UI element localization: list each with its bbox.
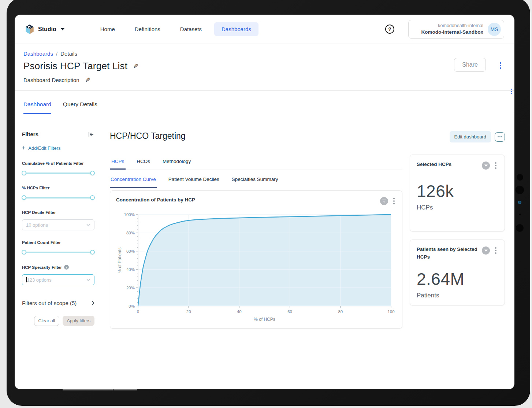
device-frame: Studio Home Definitions Datasets Dashboa… [7, 0, 530, 406]
chevron-right-icon [92, 301, 94, 305]
hcp-specialty-select-value: 123 options [27, 277, 52, 283]
concentration-curve-chart: 0%20%40%60%80%100%020406080100% of HCPs%… [116, 209, 396, 324]
camera-indicator-light [518, 201, 521, 204]
nav-item-definitions[interactable]: Definitions [127, 22, 168, 36]
subtab-concentration-curve[interactable]: Concentration Curve [110, 177, 157, 188]
filter-label-hcp-specialty: HCP Specialty Filter i [22, 265, 94, 270]
stat-cards-column: Selected HCPs 126k HCPs Pat [410, 155, 505, 329]
divider-more-options-kebab[interactable] [510, 87, 514, 96]
breadcrumb-dashboards-link[interactable]: Dashboards [23, 51, 53, 57]
subtab-patient-volume-deciles[interactable]: Patient Volume Deciles [168, 177, 220, 188]
card-more-options-kebab[interactable] [494, 161, 498, 170]
avatar[interactable]: MS [488, 23, 501, 36]
chevron-down-icon [86, 224, 90, 226]
nav-item-home[interactable]: Home [93, 22, 122, 36]
pct-hcps-range-slider[interactable] [22, 195, 94, 200]
add-edit-filters-button[interactable]: + Add/Edit Filters [22, 145, 94, 151]
svg-text:% of Patients: % of Patients [117, 248, 122, 274]
hcp-decile-select-value: 10 options [26, 222, 48, 228]
patients-seen-card: Patients seen by Selected HCPs 2.64M Pat… [410, 240, 505, 305]
tab-query-details[interactable]: Query Details [63, 101, 97, 114]
tab-dashboard[interactable]: Dashboard [23, 101, 51, 114]
collapse-panel-icon[interactable] [88, 131, 94, 137]
svg-text:100%: 100% [124, 212, 135, 217]
camera-dot [516, 186, 524, 194]
card-more-options-kebab[interactable] [494, 246, 498, 255]
svg-text:40%: 40% [126, 267, 135, 272]
filter-label-cumulative-patients: Cumulative % of Patients Filter [22, 161, 94, 166]
brand-name: Studio [38, 26, 56, 33]
topnav-right: ? komodohealth-internal Komodo-Internal-… [385, 20, 504, 39]
slider-handle-min[interactable] [22, 171, 26, 175]
edit-title-pencil-icon[interactable]: ✎ [133, 62, 138, 70]
concentration-chart-card: Concentration of Patients by HCP 0%20%40… [110, 190, 402, 329]
svg-text:60: 60 [287, 309, 292, 314]
share-button[interactable]: Share [454, 58, 486, 72]
chart-column: HCPs HCOs Methodology Concentration Curv… [110, 142, 402, 329]
studio-brand-menu[interactable]: Studio [25, 24, 64, 34]
svg-text:20%: 20% [126, 286, 135, 290]
slider-track [24, 197, 93, 199]
page-header: Dashboards / Details Psorisis HCP Target… [15, 44, 514, 90]
cumulative-patients-range-slider[interactable] [22, 171, 94, 176]
svg-text:40: 40 [237, 309, 242, 314]
stat-card-title: Patients seen by Selected HCPs [417, 246, 479, 261]
camera-dot [519, 214, 521, 215]
hcp-decile-select[interactable]: 10 options [22, 219, 94, 230]
dashboard-main: HCP/HCO Targeting Edit dashboard HCPs HC… [110, 131, 505, 329]
svg-text:% of HCPs: % of HCPs [254, 317, 275, 322]
hcp-hco-tabs: HCPs HCOs Methodology [110, 159, 402, 170]
nav-item-datasets[interactable]: Datasets [173, 22, 209, 36]
chevron-down-icon [61, 28, 64, 30]
nav-item-dashboards[interactable]: Dashboards [214, 22, 258, 36]
card-filter-icon[interactable] [482, 246, 490, 255]
slider-handle-min[interactable] [22, 195, 26, 200]
filters-out-of-scope-row[interactable]: Filters out of scope (5) [22, 300, 94, 306]
filters-out-of-scope-label: Filters out of scope (5) [22, 300, 77, 306]
breadcrumb: Dashboards / Details [23, 51, 504, 57]
primary-nav: Home Definitions Datasets Dashboards [93, 22, 258, 36]
clear-all-button[interactable]: Clear all [34, 316, 60, 326]
slider-handle-max[interactable] [90, 171, 95, 175]
dashboard-widget-title: HCP/HCO Targeting [110, 131, 186, 141]
selected-hcps-unit: HCPs [417, 204, 498, 211]
chart-more-options-kebab[interactable] [392, 196, 396, 206]
patients-seen-value: 2.64M [417, 269, 498, 289]
apply-filters-button[interactable]: Apply filters [63, 316, 94, 326]
svg-text:0: 0 [137, 309, 139, 314]
info-icon[interactable]: i [64, 265, 69, 270]
dashboard-description-label: Dashboard Description [23, 77, 79, 83]
help-icon[interactable]: ? [385, 25, 394, 34]
filter-label-hcp-decile: HCP Decile Filter [22, 210, 94, 215]
more-options-button[interactable] [495, 132, 505, 142]
filter-label-patient-count: Patient Count Filter [22, 240, 94, 245]
breadcrumb-current: Details [60, 51, 77, 57]
patient-count-range-slider[interactable] [22, 250, 94, 255]
hcp-specialty-select[interactable]: 123 options [22, 274, 94, 285]
selected-hcps-value: 126k [417, 181, 498, 201]
plus-icon: + [22, 145, 25, 151]
header-divider [15, 90, 514, 91]
subtab-specialties-summary[interactable]: Specialties Summary [231, 177, 279, 188]
slider-handle-max[interactable] [90, 250, 95, 255]
org-switcher[interactable]: komodohealth-internal Komodo-Internal-Sa… [408, 20, 504, 39]
chart-filter-icon[interactable] [380, 197, 388, 205]
header-more-options-kebab[interactable] [498, 61, 503, 70]
tab-methodology[interactable]: Methodology [161, 159, 192, 170]
patients-seen-unit: Patients [417, 292, 498, 299]
komodo-logo-icon [25, 24, 34, 34]
selected-hcps-card: Selected HCPs 126k HCPs [410, 155, 505, 231]
breadcrumb-separator: / [56, 51, 57, 57]
svg-text:60%: 60% [126, 249, 135, 253]
org-name: komodohealth-internal [421, 23, 484, 29]
edit-dashboard-button[interactable]: Edit dashboard [450, 131, 491, 142]
edit-description-pencil-icon[interactable]: ✎ [85, 76, 90, 84]
slider-handle-max[interactable] [90, 195, 95, 200]
card-filter-icon[interactable] [482, 162, 490, 170]
slider-handle-min[interactable] [22, 250, 26, 255]
filters-panel: Filters + Add/Edit Filters Cumulative % … [22, 131, 94, 329]
tab-hcps[interactable]: HCPs [110, 159, 126, 170]
tab-hcos[interactable]: HCOs [135, 159, 152, 170]
stat-card-title: Selected HCPs [417, 161, 451, 168]
add-edit-filters-label: Add/Edit Filters [28, 145, 60, 151]
